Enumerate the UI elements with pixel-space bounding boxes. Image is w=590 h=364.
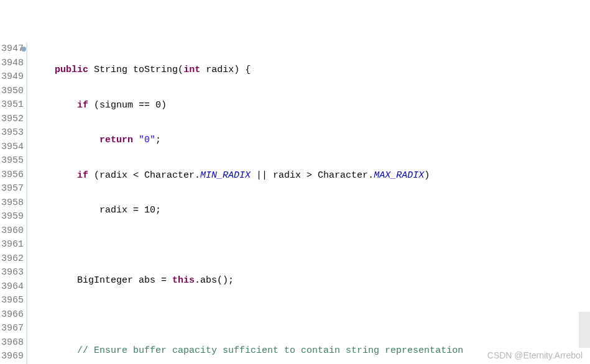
- line-number: 3950: [0, 84, 25, 99]
- line-number: 3968: [0, 336, 25, 350]
- line-number: 3952: [0, 112, 25, 127]
- code-line: [32, 239, 590, 253]
- scrollbar-hint[interactable]: [579, 312, 590, 348]
- line-number: 3969: [0, 350, 25, 364]
- line-number: 3960: [0, 224, 25, 239]
- code-content[interactable]: public String toString(int radix) { if (…: [27, 42, 590, 364]
- line-number: 3961: [0, 238, 25, 252]
- code-line: // Ensure buffer capacity sufficient to …: [32, 344, 590, 358]
- code-line: public String toString(int radix) {: [32, 63, 590, 78]
- line-number: 3959: [0, 210, 25, 224]
- line-number: 3953: [0, 126, 25, 140]
- line-number: 3948: [0, 57, 25, 71]
- line-number: 3967: [0, 322, 25, 336]
- code-line: radix = 10;: [32, 204, 590, 218]
- line-number: 3966: [0, 308, 25, 322]
- code-line: return "0";: [32, 134, 590, 148]
- line-number: 3954: [0, 140, 25, 155]
- code-line: if (radix < Character.MIN_RADIX || radix…: [32, 169, 590, 183]
- line-number: 3951: [0, 98, 25, 112]
- line-number: 3958: [0, 196, 25, 211]
- line-number: 3947: [0, 42, 25, 57]
- code-line: [32, 309, 590, 324]
- code-line: if (signum == 0): [32, 99, 590, 113]
- line-number-gutter: 3947394839493950395139523953395439553956…: [0, 42, 27, 364]
- line-number: 3963: [0, 266, 25, 280]
- line-number: 3949: [0, 70, 25, 84]
- line-number: 3965: [0, 294, 25, 308]
- line-number: 3955: [0, 154, 25, 168]
- line-number: 3962: [0, 252, 25, 266]
- line-number: 3957: [0, 182, 25, 196]
- code-editor[interactable]: 3947394839493950395139523953395439553956…: [0, 42, 590, 364]
- line-number: 3956: [0, 168, 25, 183]
- code-line: BigInteger abs = this.abs();: [32, 274, 590, 288]
- line-number: 3964: [0, 280, 25, 294]
